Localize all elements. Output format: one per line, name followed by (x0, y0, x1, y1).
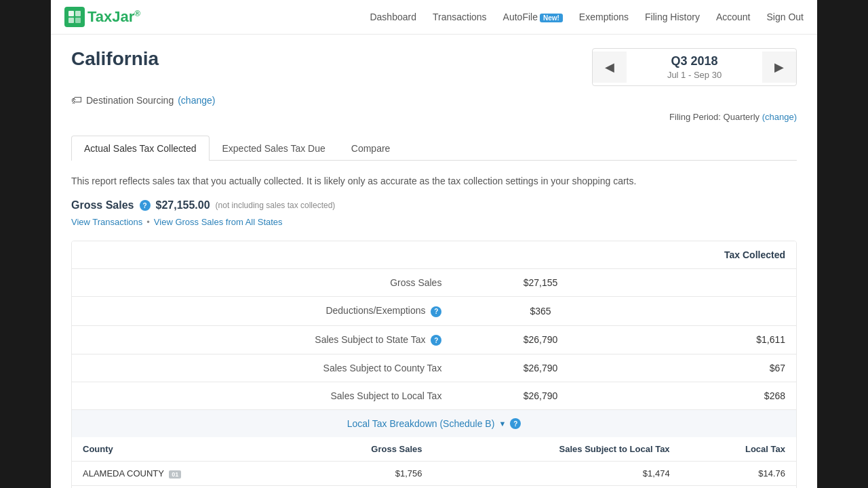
row-state-tax-label: Sales Subject to State Tax ? (72, 325, 455, 354)
header: TaxJar® Dashboard Transactions AutoFileN… (51, 0, 817, 35)
row-county-tax-label: Sales Subject to County Tax (72, 354, 455, 382)
amador-local-tax: $0.55 (681, 486, 796, 489)
svg-rect-2 (68, 18, 74, 23)
main-table-container: Tax Collected Gross Sales $27,155 Deduct… (71, 241, 797, 488)
row-local-tax-value: $26,790 (455, 382, 625, 410)
row-deductions-value: $365 (455, 297, 625, 326)
gross-sales-note: (not including sales tax collected) (216, 201, 336, 210)
page-title: California (71, 48, 159, 70)
links-row: View Transactions • View Gross Sales fro… (71, 217, 797, 227)
row-gross-sales-tax (626, 269, 796, 297)
row-local-tax-label: Sales Subject to Local Tax (72, 382, 455, 410)
row-deductions-label: Deductions/Exemptions ? (72, 297, 455, 326)
sales-subject-col-header: Sales Subject to Local Tax (433, 437, 681, 462)
svg-rect-0 (68, 11, 74, 16)
main-content: California ◀ Q3 2018 Jul 1 - Sep 30 ▶ 🏷 … (51, 35, 817, 488)
quarter-navigator: ◀ Q3 2018 Jul 1 - Sep 30 ▶ (592, 48, 797, 86)
local-breakdown-info-icon[interactable]: ? (510, 418, 521, 429)
local-breakdown-chevron: ▼ (498, 420, 506, 428)
col-header-tax-collected: Tax Collected (626, 241, 796, 269)
nav-filing-history[interactable]: Filing History (645, 12, 700, 22)
sourcing-label: Destination Sourcing (86, 95, 174, 106)
state-tax-info-icon[interactable]: ? (431, 335, 441, 346)
col-header-empty (72, 241, 455, 269)
tab-expected-sales-tax[interactable]: Expected Sales Tax Due (210, 136, 338, 161)
quarter-prev-button[interactable]: ◀ (593, 52, 627, 83)
table-row: Gross Sales $27,155 (72, 269, 796, 297)
view-transactions-link[interactable]: View Transactions (71, 217, 142, 227)
nav-sign-out[interactable]: Sign Out (767, 12, 804, 22)
alameda-gross-sales: $1,756 (297, 462, 433, 486)
main-data-table: Tax Collected Gross Sales $27,155 Deduct… (72, 241, 796, 409)
nav-account[interactable]: Account (716, 12, 751, 22)
quarter-info: Q3 2018 Jul 1 - Sep 30 (627, 49, 762, 85)
tabs-container: Actual Sales Tax Collected Expected Sale… (71, 136, 797, 161)
county-badge-alameda: 01 (169, 470, 181, 479)
filing-period: Filing Period: Quarterly (change) (71, 112, 797, 122)
nav-transactions[interactable]: Transactions (433, 12, 487, 22)
table-row: Deductions/Exemptions ? $365 (72, 297, 796, 326)
row-county-tax-value: $26,790 (455, 354, 625, 382)
row-deductions-tax (626, 297, 796, 326)
row-state-tax-value: $26,790 (455, 325, 625, 354)
title-row: California ◀ Q3 2018 Jul 1 - Sep 30 ▶ (71, 48, 797, 86)
view-gross-sales-link[interactable]: View Gross Sales from All States (154, 217, 283, 227)
row-state-tax-collected: $1,611 (626, 325, 796, 354)
sourcing-icon: 🏷 (71, 94, 82, 106)
alameda-sales-subject: $1,474 (433, 462, 681, 486)
county-name-amador: AMADOR COUNTY 03 (72, 486, 297, 489)
gross-sales-label: Gross Sales (71, 199, 134, 211)
sourcing-row: 🏷 Destination Sourcing (change) (71, 94, 797, 106)
svg-rect-1 (75, 11, 81, 16)
table-row: Sales Subject to Local Tax $26,790 $268 (72, 382, 796, 410)
quarter-label: Q3 2018 (654, 54, 735, 68)
gross-sales-amount: $27,155.00 (156, 199, 210, 211)
amador-gross-sales: $73 (297, 486, 433, 489)
main-nav: Dashboard Transactions AutoFileNew! Exem… (370, 12, 804, 22)
row-gross-sales-label: Gross Sales (72, 269, 455, 297)
local-tax-col-header: Local Tax (681, 437, 796, 462)
nav-autofile[interactable]: AutoFileNew! (503, 12, 563, 22)
local-breakdown-link: Local Tax Breakdown (Schedule B) ▼ ? (80, 418, 788, 429)
local-breakdown-row[interactable]: Local Tax Breakdown (Schedule B) ▼ ? (72, 409, 796, 437)
col-header-amount (455, 241, 625, 269)
row-local-tax-collected: $268 (626, 382, 796, 410)
sourcing-change-link[interactable]: (change) (178, 95, 215, 106)
nav-exemptions[interactable]: Exemptions (579, 12, 629, 22)
table-header-row: Tax Collected (72, 241, 796, 269)
logo: TaxJar® (64, 7, 140, 27)
tab-actual-sales-tax[interactable]: Actual Sales Tax Collected (71, 136, 210, 161)
county-table: County Gross Sales Sales Subject to Loca… (72, 437, 796, 488)
alameda-local-tax: $14.76 (681, 462, 796, 486)
nav-dashboard[interactable]: Dashboard (370, 12, 416, 22)
svg-rect-3 (75, 18, 81, 23)
county-name-alameda: ALAMEDA COUNTY 01 (72, 462, 297, 486)
report-description: This report reflects sales tax that you … (71, 174, 797, 188)
quarter-dates: Jul 1 - Sep 30 (654, 70, 735, 80)
filing-period-change-link[interactable]: (change) (762, 112, 797, 122)
gross-sales-info-icon[interactable]: ? (140, 200, 151, 211)
autofile-badge: New! (540, 14, 563, 22)
county-table-header: County Gross Sales Sales Subject to Loca… (72, 437, 796, 462)
table-row: Sales Subject to State Tax ? $26,790 $1,… (72, 325, 796, 354)
deductions-info-icon[interactable]: ? (431, 306, 441, 317)
separator: • (146, 217, 150, 227)
county-col-header: County (72, 437, 297, 462)
logo-icon (64, 7, 85, 27)
logo-text: TaxJar® (87, 8, 140, 26)
county-row: ALAMEDA COUNTY 01 $1,756 $1,474 $14.76 (72, 462, 796, 486)
gross-sales-row: Gross Sales ? $27,155.00 (not including … (71, 199, 797, 211)
county-row: AMADOR COUNTY 03 $73 $55 $0.55 (72, 486, 796, 489)
row-county-tax-collected: $67 (626, 354, 796, 382)
row-gross-sales-value: $27,155 (455, 269, 625, 297)
quarter-next-button[interactable]: ▶ (762, 52, 796, 83)
table-row: Sales Subject to County Tax $26,790 $67 (72, 354, 796, 382)
gross-sales-col-header: Gross Sales (297, 437, 433, 462)
amador-sales-subject: $55 (433, 486, 681, 489)
local-breakdown-label: Local Tax Breakdown (Schedule B) (347, 418, 495, 429)
tab-compare[interactable]: Compare (338, 136, 403, 161)
